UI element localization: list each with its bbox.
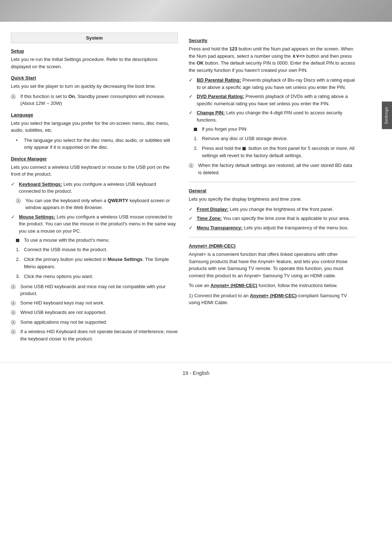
apps-note-text: Some applications may not be supported. [20,319,107,326]
step-3-text: Click the menu options you want. [24,273,93,280]
usb-hid-note: Ⓐ Some USB HID keyboards and mice may no… [11,283,178,297]
wired-usb-note: Ⓐ Wired USB keyboards are not supported. [11,309,178,316]
bullet-icon-lang: • [16,137,23,144]
device-manager-header: Device Manager [11,156,178,162]
wired-usb-text: Wired USB keyboards are not supported. [20,309,106,316]
note-icon-factory: Ⓐ [189,162,197,169]
usb-hid-text: Some USB HID keyboards and mice may not … [20,283,178,297]
time-zone-text: Time Zone: You can specify the time zone… [197,215,350,222]
wireless-hid-text: If a wireless HID Keyboard does not oper… [20,328,178,342]
step-1-text: Connect the USB mouse to the product. [24,246,107,253]
note-icon-wireless: Ⓐ [11,328,19,336]
section-divider-1 [189,182,356,182]
forget-step-2: 2. Press and hold the button on the fron… [189,145,356,159]
language-bullet: • The language you select for the disc m… [11,137,178,151]
forget-step-1: 1. Remove any disc or USB storage device… [189,135,356,142]
square-bullet-icon [16,237,23,244]
security-body: Press and hold the 123 button until the … [189,45,356,74]
forget-pin-text: If you forget your PIN [202,126,246,133]
language-bullet-text: The language you select for the disc men… [24,137,178,151]
keyboard-settings-text: Keyboard Settings: Lets you configure a … [19,181,178,195]
forget-pin-bullet: If you forget your PIN [189,126,356,133]
dvd-parental-text: DVD Parental Rating: Prevents playback o… [197,93,356,107]
front-display-item: ✓ Front Display: Lets you change the bri… [189,206,356,213]
wireless-hid-note: Ⓐ If a wireless HID Keyboard does not op… [11,328,178,342]
general-body: Lets you specify the display brightness … [189,196,356,203]
bd-parental-text: BD Parental Rating: Prevents playback of… [197,77,356,91]
right-column: Security Press and hold the 123 button u… [189,33,356,344]
change-pin-text: Change PIN: Lets you change the 4-digit … [197,109,356,123]
anynet-header: Anynet+ (HDMI-CEC) [189,243,356,249]
forget-step-1-text: Remove any disc or USB storage device. [202,135,288,142]
page-header [0,0,392,22]
bd-parental-item: ✓ BD Parental Rating: Prevents playback … [189,77,356,91]
quick-start-body: Lets you set the player to turn on quick… [11,83,178,90]
setup-body: Lets you re-run the Initial Settings pro… [11,56,178,70]
note-icon-qwerty: Ⓐ [16,197,24,205]
step-3-click-menu: 3. Click the menu options you want. [11,273,178,280]
language-body: Lets you select the language you prefer … [11,120,178,134]
step-1-connect-mouse: 1. Connect the USB mouse to the product. [11,246,178,253]
quick-start-header: Quick Start [11,75,178,81]
forget-step-1-num: 1. [194,135,202,142]
hid-keys-note: Ⓐ Some HID keyboard keys may not work. [11,299,178,307]
dvd-parental-item: ✓ DVD Parental Rating: Prevents playback… [189,93,356,107]
quick-start-note-text: If this function is set to On, Standby p… [20,93,178,107]
factory-reset-note: Ⓐ When the factory default settings are … [189,162,356,176]
check-icon-bd: ✓ [189,77,195,84]
square-bullet-forget [194,126,200,133]
keyboard-settings-item: ✓ Keyboard Settings: Lets you configure … [11,181,178,195]
page-footer: 19 - English [0,363,392,383]
factory-reset-text: When the factory default settings are re… [198,162,356,176]
step-1-num: 1. [16,246,24,253]
anynet-step1: 1) Connect the product to an Anynet+ (HD… [189,292,356,306]
mouse-settings-text: Mouse Settings: Lets you configure a wir… [19,213,178,235]
hid-keys-text: Some HID keyboard keys may not work. [20,299,105,307]
device-manager-body: Lets you connect a wireless USB keyboard… [11,164,178,178]
anynet-body1: Anynet+ is a convenient function that of… [189,251,356,279]
general-header: General [189,188,356,193]
change-pin-item: ✓ Change PIN: Lets you change the 4-digi… [189,109,356,123]
check-icon-tz: ✓ [189,215,195,222]
check-icon-dvd: ✓ [189,93,195,100]
language-header: Language [11,112,178,118]
mouse-use-bullet: To use a mouse with the product's menu: [11,237,178,244]
side-tab: Settings [382,102,392,129]
mouse-use-text: To use a mouse with the product's menu: [24,237,110,244]
note-icon-apps: Ⓐ [11,319,19,326]
check-icon-fd: ✓ [189,206,195,213]
note-icon-hid: Ⓐ [11,300,19,307]
check-icon-pin: ✓ [189,109,195,116]
left-column: System Setup Lets you re-run the Initial… [11,33,178,344]
note-icon-usb: Ⓐ [11,283,19,291]
menu-transparency-item: ✓ Menu Transparency: Lets you adjust the… [189,224,356,232]
forget-step-2-num: 2. [194,145,202,152]
qwerty-note: Ⓐ You can use the keyboard only when a Q… [11,197,178,211]
mouse-settings-item: ✓ Mouse Settings: Lets you configure a w… [11,213,178,235]
note-icon-wired: Ⓐ [11,309,19,316]
qwerty-note-text: You can use the keyboard only when a QWE… [25,197,178,211]
step-2-text: Click the primary button you selected in… [24,256,178,270]
quick-start-note: Ⓐ If this function is set to On, Standby… [11,93,178,107]
front-display-text: Front Display: Lets you change the brigh… [197,206,334,213]
page-language: English [193,370,209,376]
menu-transparency-text: Menu Transparency: Lets you adjust the t… [197,224,348,232]
step-2-num: 2. [16,256,24,263]
forget-step-2-text: Press and hold the button on the front p… [202,145,356,159]
anynet-body2: To use an Anynet+ (HDMI-CEC) function, f… [189,282,356,289]
page-number: 19 [183,370,188,376]
setup-header: Setup [11,48,178,54]
time-zone-item: ✓ Time Zone: You can specify the time zo… [189,215,356,222]
section-divider-2 [189,237,356,237]
step-2-click-primary: 2. Click the primary button you selected… [11,256,178,270]
check-icon-ms: ✓ [11,213,17,221]
check-icon-mt: ✓ [189,224,195,232]
step-3-num: 3. [16,273,24,280]
system-section-header: System [11,33,178,43]
apps-note: Ⓐ Some applications may not be supported… [11,319,178,326]
check-icon-kb: ✓ [11,181,17,188]
security-header: Security [189,38,356,43]
note-icon-qs: Ⓐ [11,93,19,101]
